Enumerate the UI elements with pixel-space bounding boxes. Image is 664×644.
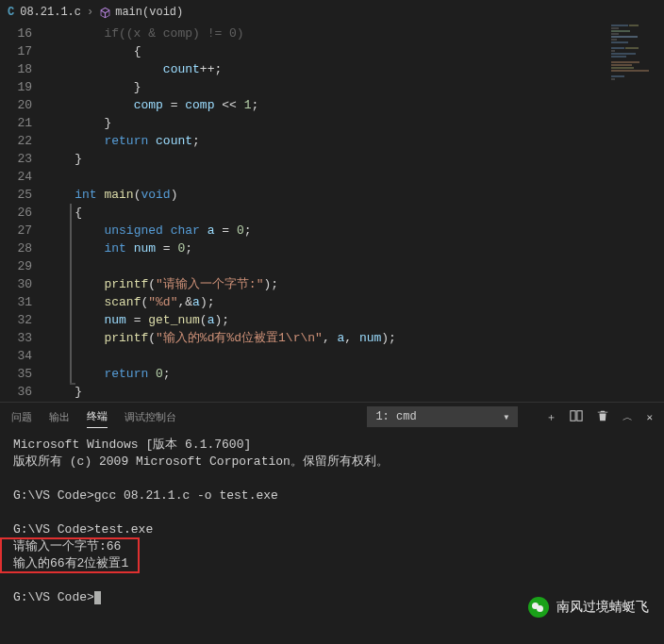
split-terminal-icon[interactable] [570,409,583,425]
close-icon[interactable]: ✕ [646,411,653,423]
terminal-cursor [94,591,101,604]
breadcrumb-file[interactable]: 08.21.1.c [20,6,81,19]
breadcrumb[interactable]: C 08.21.1.c › main(void) [0,0,664,25]
terminal-line [13,504,651,521]
breadcrumb-separator: › [87,6,93,19]
chevron-down-icon: ▾ [503,410,509,424]
breadcrumb-function[interactable]: main(void) [115,6,183,19]
terminal-line: 版权所有 (c) 2009 Microsoft Corporation。保留所有… [13,454,651,471]
wechat-icon [528,597,549,618]
new-terminal-icon[interactable]: ＋ [546,410,556,424]
tab-terminal[interactable]: 终端 [87,405,108,428]
terminal-line: Microsoft Windows [版本 6.1.7600] [13,437,651,454]
watermark-text: 南风过境蜻蜓飞 [556,599,649,616]
tab-output[interactable]: 输出 [49,406,70,428]
symbol-icon [99,7,111,19]
code-area[interactable]: if((x & comp) != 0) { count++; } comp = … [45,25,664,402]
terminal-line: G:\VS Code>test.exe [13,521,651,538]
svg-rect-1 [577,410,582,421]
code-editor[interactable]: 1617181920212223242526272829303132333435… [0,25,664,402]
svg-rect-0 [571,410,575,421]
terminal-line: G:\VS Code>gcc 08.21.1.c -o test.exe [13,487,651,504]
highlight-box [0,537,140,573]
line-gutter: 1617181920212223242526272829303132333435… [0,25,45,402]
terminal-selector[interactable]: 1: cmd ▾ [367,406,518,427]
minimap[interactable] [611,25,664,100]
terminal-selector-label: 1: cmd [375,410,416,423]
chevron-up-icon[interactable]: ︿ [622,410,633,424]
terminal-line [13,471,651,487]
panel-tabs: 问题 输出 终端 调试控制台 1: cmd ▾ ＋ ︿ ✕ [0,403,664,431]
tab-debug-console[interactable]: 调试控制台 [124,406,176,428]
tab-problems[interactable]: 问题 [11,406,32,428]
c-file-icon: C [8,6,14,19]
trash-icon[interactable] [596,409,609,425]
terminal-line [13,572,651,589]
watermark: 南风过境蜻蜓飞 [528,597,649,618]
